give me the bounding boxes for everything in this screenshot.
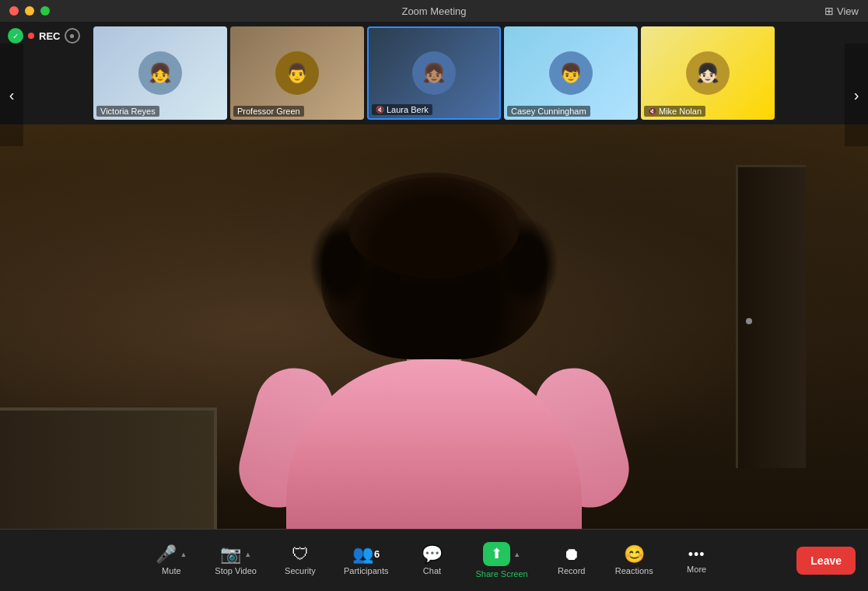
close-button[interactable] xyxy=(9,6,19,16)
chat-button[interactable]: 💬 Chat xyxy=(401,530,463,591)
avatar-mike: 👧🏻 xyxy=(686,51,730,95)
muted-icon-mike: 🔇 xyxy=(648,107,656,115)
participant-name-laura: 🔇 Laura Berk xyxy=(372,104,432,115)
avatar-laura: 👧🏽 xyxy=(412,51,456,95)
avatar-casey: 👦 xyxy=(549,51,593,95)
view-button[interactable]: ⊞ View xyxy=(824,5,868,17)
reactions-icon: 😊 xyxy=(624,546,645,563)
stop-video-button[interactable]: 📷 ▲ Stop Video xyxy=(202,530,269,591)
shirt-element xyxy=(286,359,582,529)
participant-name-victoria: Victoria Reyes xyxy=(96,106,159,117)
record-label: Record xyxy=(558,566,585,575)
thumbnail-laura[interactable]: 👧🏽 🔇 Laura Berk xyxy=(367,26,501,120)
maximize-button[interactable] xyxy=(40,6,50,16)
participants-label: Participants xyxy=(344,566,388,575)
thumbnail-professor[interactable]: 👨 Professor Green xyxy=(230,26,364,120)
reactions-label: Reactions xyxy=(615,566,653,575)
more-icon: ••• xyxy=(688,547,705,561)
shield-check-icon: ✓ xyxy=(8,28,23,44)
microphone-icon: 🎤 xyxy=(156,546,177,563)
view-label: View xyxy=(837,5,859,17)
record-circle-icon: ⏺ xyxy=(65,28,80,44)
mute-arrow-icon: ▲ xyxy=(180,551,187,558)
main-speaker-video xyxy=(0,124,868,529)
rec-dot xyxy=(28,33,34,39)
reactions-button[interactable]: 😊 Reactions xyxy=(603,530,666,591)
share-screen-highlight: ⬆ xyxy=(483,542,510,566)
avatar-victoria: 👧 xyxy=(138,51,182,95)
participants-icon: 👥 xyxy=(352,546,373,563)
mute-label: Mute xyxy=(162,566,180,575)
recording-badge: ✓ REC ⏺ xyxy=(8,28,80,44)
main-toolbar: 🎤 ▲ Mute 📷 ▲ Stop Video 🛡 Security 👥 6 P… xyxy=(0,529,868,591)
thumbnail-casey[interactable]: 👦 Casey Cunningham xyxy=(504,26,638,120)
thumbnail-victoria[interactable]: 👧 Victoria Reyes xyxy=(93,26,227,120)
security-label: Security xyxy=(285,566,316,575)
muted-icon-laura: 🔇 xyxy=(376,106,384,114)
meeting-title: Zoom Meeting xyxy=(401,5,466,17)
chat-label: Chat xyxy=(423,566,441,575)
participant-name-mike: 🔇 Mike Nolan xyxy=(644,106,705,117)
avatar-professor: 👨 xyxy=(275,51,319,95)
participant-name-casey: Casey Cunningham xyxy=(507,106,590,117)
more-label: More xyxy=(687,565,706,574)
rec-label: REC xyxy=(39,30,60,42)
hair-top xyxy=(348,177,520,278)
participants-count: 6 xyxy=(374,548,380,560)
share-screen-label: Share Screen xyxy=(475,569,527,579)
leave-button[interactable]: Leave xyxy=(796,547,856,575)
video-arrow-icon: ▲ xyxy=(244,551,251,558)
participants-button[interactable]: 👥 6 Participants xyxy=(331,530,401,591)
main-video-area xyxy=(0,124,868,529)
record-icon: ⏺ xyxy=(563,546,580,563)
camera-icon: 📷 xyxy=(220,546,241,563)
security-icon: 🛡 xyxy=(292,546,309,563)
share-screen-icon: ⬆ xyxy=(491,546,502,561)
participant-thumbnails: 👧 Victoria Reyes 👨 Professor Green 👧🏽 🔇 … xyxy=(93,26,775,120)
minimize-button[interactable] xyxy=(25,6,34,16)
thumbnail-mike[interactable]: 👧🏻 🔇 Mike Nolan xyxy=(641,26,775,120)
stop-video-label: Stop Video xyxy=(215,566,257,575)
strip-nav-right[interactable]: › xyxy=(845,44,868,146)
grid-icon: ⊞ xyxy=(824,5,834,17)
participant-name-professor: Professor Green xyxy=(233,106,304,117)
more-button[interactable]: ••• More xyxy=(666,530,728,591)
strip-nav-left[interactable]: ‹ xyxy=(0,44,23,146)
share-screen-button[interactable]: ⬆ ▲ Share Screen xyxy=(463,530,540,591)
thumbnail-strip: ‹ 👧 Victoria Reyes 👨 Professor Green 👧🏽 … xyxy=(0,22,868,124)
chat-icon: 💬 xyxy=(422,546,443,563)
record-button[interactable]: ⏺ Record xyxy=(541,530,603,591)
security-button[interactable]: 🛡 Security xyxy=(269,530,331,591)
window-controls xyxy=(0,6,50,16)
share-arrow-icon: ▲ xyxy=(513,551,520,558)
titlebar: Zoom Meeting ⊞ View xyxy=(0,0,868,22)
mute-button[interactable]: 🎤 ▲ Mute xyxy=(140,530,202,591)
